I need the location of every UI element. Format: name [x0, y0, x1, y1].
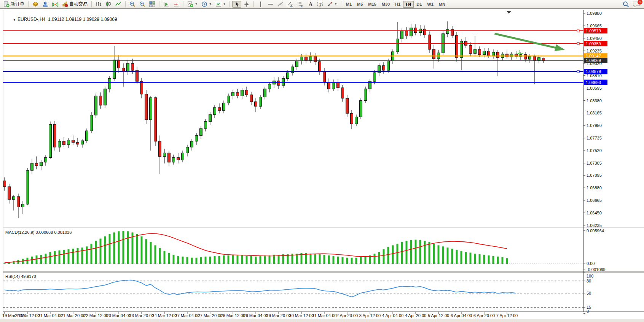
bear-candle: [428, 35, 431, 49]
svg-text:1.06665: 1.06665: [587, 198, 602, 203]
svg-text:1.06880: 1.06880: [587, 186, 602, 190]
timeframe-h1-button[interactable]: H1: [392, 1, 403, 8]
svg-text:1.07520: 1.07520: [587, 148, 602, 153]
line-handle[interactable]: [577, 30, 579, 32]
new-order-button-label: 新订单: [11, 1, 24, 7]
svg-text:1.08380: 1.08380: [587, 98, 602, 103]
chevron-down-icon[interactable]: ▼: [209, 3, 212, 5]
arrows-button[interactable]: ▼: [325, 1, 339, 8]
timeframe-d1-button[interactable]: D1: [414, 1, 424, 8]
svg-text:6 Apr 20:00: 6 Apr 20:00: [473, 313, 495, 318]
candlestick-button[interactable]: [104, 1, 113, 8]
svg-text:27 Mar 04:00: 27 Mar 04:00: [175, 313, 200, 318]
bull-candle: [227, 96, 230, 103]
bear-candle: [488, 51, 490, 56]
chart-shift-button[interactable]: [172, 1, 181, 8]
chevron-down-icon[interactable]: ▼: [335, 3, 337, 5]
bear-candle: [3, 181, 6, 187]
cursor-button[interactable]: [232, 1, 241, 8]
chat-button[interactable]: 1: [631, 1, 642, 8]
timeframe-m1-button[interactable]: M1: [343, 1, 354, 8]
crosshair-icon: [244, 1, 250, 7]
bar-chart-button[interactable]: [94, 1, 103, 8]
timeframe-mn-button[interactable]: MN: [436, 1, 448, 8]
timeframe-group: M1M5M15M30H1H4D1W1MN: [343, 0, 448, 8]
tile-windows-button[interactable]: [148, 1, 157, 8]
bear-candle: [255, 102, 257, 106]
line-chart-button[interactable]: [114, 1, 123, 8]
svg-text:2 Apr 23:00: 2 Apr 23:00: [336, 313, 358, 318]
timeframe-h4-button[interactable]: H4: [403, 1, 414, 8]
signals-button[interactable]: [51, 1, 60, 8]
bear-candle: [328, 82, 330, 89]
bull-candle: [45, 158, 47, 162]
timeframe-m5-button[interactable]: M5: [354, 1, 365, 8]
zoom-out-button[interactable]: [138, 1, 147, 8]
svg-text:4 Apr 20:00: 4 Apr 20:00: [405, 313, 426, 318]
templates-button[interactable]: ▼: [214, 1, 227, 8]
chevron-down-icon[interactable]: ▼: [223, 3, 226, 5]
bull-candle: [81, 141, 84, 144]
auto-trading-button[interactable]: 自动交易: [61, 1, 89, 8]
horizontal-line-button[interactable]: [266, 1, 275, 8]
price-chart[interactable]: 1.098801.096651.094501.092351.090201.088…: [0, 9, 644, 322]
text-icon: A: [307, 1, 313, 7]
bull-candle: [332, 82, 335, 89]
toolbar-separator: [341, 1, 341, 7]
bear-candle: [277, 81, 280, 86]
macd-indicator-label: MACD(12,26,9) 0.000668 0.001036: [5, 230, 72, 235]
label-button[interactable]: T: [316, 1, 325, 8]
bear-candle: [451, 30, 454, 35]
auto-trading-button-label: 自动交易: [69, 1, 88, 7]
svg-text:1.07305: 1.07305: [587, 161, 602, 165]
timeframe-w1-button[interactable]: W1: [424, 1, 436, 8]
bull-candle: [492, 52, 495, 56]
navigator-button[interactable]: [41, 1, 50, 8]
candlestick-icon: [105, 1, 112, 7]
bull-candle: [195, 135, 198, 141]
new-order-button[interactable]: 新订单: [2, 1, 26, 8]
bear-candle: [456, 35, 458, 57]
navigator-icon: [42, 1, 48, 7]
auto-scroll-button[interactable]: [162, 1, 171, 8]
rsi-indicator-label: RSI(14) 49.9170: [5, 274, 36, 279]
bear-candle: [319, 62, 321, 71]
svg-text:29 Mar 20:00: 29 Mar 20:00: [266, 313, 291, 318]
tile-windows-icon: [149, 1, 155, 7]
chevron-down-icon[interactable]: ▼: [195, 3, 198, 5]
vertical-line-button[interactable]: [256, 1, 265, 8]
market-watch-button[interactable]: [31, 1, 40, 8]
bull-candle: [104, 89, 107, 105]
timeframe-m15-button[interactable]: M15: [365, 1, 379, 8]
zoom-in-button[interactable]: [128, 1, 137, 8]
line-handle[interactable]: [577, 43, 579, 45]
text-button[interactable]: A: [306, 1, 315, 8]
bull-candle: [410, 28, 413, 36]
search-button[interactable]: [621, 1, 631, 8]
svg-text:1.09880: 1.09880: [587, 11, 602, 16]
bull-candle: [360, 101, 362, 117]
bull-candle: [26, 170, 29, 204]
bear-candle: [351, 113, 353, 124]
bull-candle: [223, 103, 225, 111]
svg-text:1.07735: 1.07735: [587, 136, 602, 140]
svg-text:20 Mar 12:00: 20 Mar 12:00: [15, 313, 40, 318]
bear-candle: [140, 81, 143, 94]
toolbar-group: [161, 0, 181, 8]
bull-candle: [510, 54, 513, 57]
toolbar-separator: [125, 1, 126, 7]
svg-text:29 Mar 04:00: 29 Mar 04:00: [244, 313, 268, 318]
channel-button[interactable]: E: [286, 1, 295, 8]
timeframe-m30-button[interactable]: M30: [379, 1, 392, 8]
indicators-button[interactable]: ▼: [186, 1, 199, 8]
auto-scroll-icon: [163, 1, 169, 7]
svg-text:1.07950: 1.07950: [587, 123, 602, 128]
periods-button[interactable]: ▼: [200, 1, 213, 8]
crosshair-button[interactable]: [242, 1, 251, 8]
fibonacci-button[interactable]: F: [296, 1, 305, 8]
bull-candle: [387, 61, 390, 71]
trendline-button[interactable]: [276, 1, 285, 8]
bear-candle: [433, 49, 435, 59]
line-handle[interactable]: [577, 70, 579, 73]
symbol-dropdown-icon[interactable]: ▼: [13, 18, 16, 22]
